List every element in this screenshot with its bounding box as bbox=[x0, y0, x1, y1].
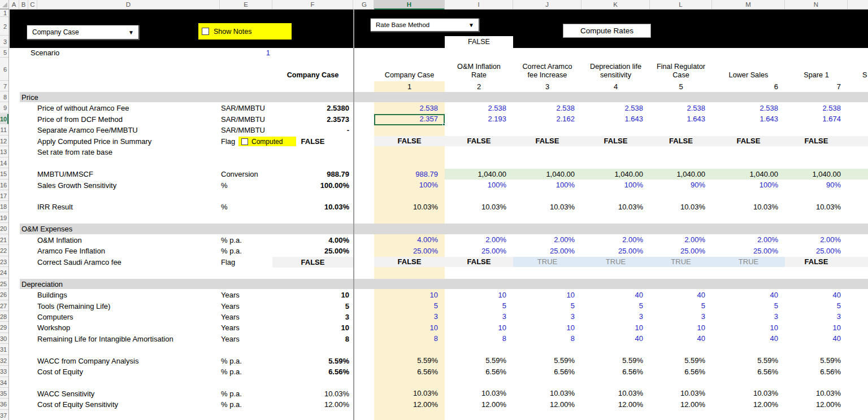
cell-L29[interactable]: 10 bbox=[650, 322, 712, 333]
row-unit-cell[interactable]: % p.a. bbox=[221, 399, 242, 410]
cell-M29[interactable]: 10 bbox=[712, 322, 785, 333]
row-unit-cell[interactable]: Flag bbox=[221, 136, 235, 147]
checkbox-box-icon[interactable] bbox=[241, 138, 248, 145]
cell-H18[interactable]: 10.03% bbox=[374, 202, 445, 212]
cell-M12[interactable]: FALSE bbox=[712, 136, 785, 146]
row-header-36[interactable]: 36 bbox=[0, 399, 8, 410]
section-label[interactable]: Price bbox=[21, 92, 38, 103]
row-unit-cell[interactable]: SAR/MMBTU bbox=[221, 125, 265, 136]
cell-H23[interactable]: FALSE bbox=[374, 257, 445, 267]
scenario-number-4[interactable]: 4 bbox=[581, 81, 650, 92]
scenario-number-6[interactable]: 6 bbox=[712, 81, 778, 92]
column-header-J[interactable]: J bbox=[513, 0, 581, 9]
cell-J12[interactable]: FALSE bbox=[513, 136, 581, 146]
cell-J26[interactable]: 10 bbox=[513, 290, 581, 300]
row-unit-cell[interactable]: Years bbox=[221, 290, 240, 301]
base-value-cell[interactable]: 10 bbox=[272, 290, 349, 301]
row-header-2[interactable]: 2 bbox=[0, 18, 8, 36]
cell-N28[interactable]: 3 bbox=[785, 312, 848, 322]
cell-I30[interactable]: 8 bbox=[445, 334, 513, 344]
row-header-37[interactable]: 37 bbox=[0, 410, 8, 420]
cell-I21[interactable]: 2.00% bbox=[445, 235, 513, 245]
row-header-35[interactable]: 35 bbox=[0, 388, 8, 399]
cell-N33[interactable]: 6.56% bbox=[785, 366, 848, 377]
cell-J36[interactable]: 12.00% bbox=[513, 399, 581, 410]
cell-H12[interactable]: FALSE bbox=[374, 136, 445, 146]
cell-K30[interactable]: 40 bbox=[581, 334, 650, 344]
cell-K22[interactable]: 25.00% bbox=[581, 246, 650, 256]
cell-I32[interactable]: 5.59% bbox=[445, 356, 513, 366]
row-unit-cell[interactable]: % bbox=[221, 202, 228, 213]
base-case-header[interactable]: Company Case bbox=[272, 58, 353, 81]
cell-K29[interactable]: 10 bbox=[581, 322, 650, 333]
cell-J10[interactable]: 2.162 bbox=[513, 114, 581, 124]
cell-L10[interactable]: 1.643 bbox=[650, 114, 712, 124]
cell-K12[interactable]: FALSE bbox=[581, 136, 650, 146]
cell-N32[interactable]: 5.59% bbox=[785, 356, 848, 366]
fill-handle[interactable] bbox=[442, 123, 445, 126]
cell-N36[interactable]: 12.00% bbox=[785, 399, 848, 410]
cell-L36[interactable]: 12.00% bbox=[650, 399, 712, 410]
row-header-28[interactable]: 28 bbox=[0, 312, 8, 322]
section-label[interactable]: O&M Expenses bbox=[21, 224, 72, 235]
cell-K32[interactable]: 5.59% bbox=[581, 356, 650, 366]
scenario-value-cell[interactable]: 1 bbox=[220, 48, 270, 58]
cell-H32[interactable]: 5.59% bbox=[374, 356, 445, 366]
column-header-B[interactable]: B bbox=[19, 0, 28, 9]
base-value-cell[interactable]: 25.00% bbox=[272, 246, 349, 257]
row-header-24[interactable]: 24 bbox=[0, 268, 8, 278]
row-header-16[interactable]: 16 bbox=[0, 180, 8, 190]
row-unit-cell[interactable]: % p.a. bbox=[221, 366, 242, 378]
row-unit-cell[interactable]: % p.a. bbox=[221, 246, 242, 257]
cell-K28[interactable]: 3 bbox=[581, 312, 650, 322]
cell-K18[interactable]: 10.03% bbox=[581, 202, 650, 212]
cell-M18[interactable]: 10.03% bbox=[712, 202, 785, 212]
cell-I9[interactable]: 2.538 bbox=[445, 103, 513, 113]
row-label-cell[interactable]: Apply Computed Price in Summary bbox=[37, 136, 151, 147]
row-label-cell[interactable]: Cost of Equity bbox=[37, 366, 83, 378]
row-header-34[interactable]: 34 bbox=[0, 378, 8, 388]
cell-M16[interactable]: 100% bbox=[712, 180, 785, 190]
cell-K33[interactable]: 6.56% bbox=[581, 366, 650, 377]
row-header-10[interactable]: 10 bbox=[0, 114, 8, 124]
cell-J28[interactable]: 3 bbox=[513, 312, 581, 322]
row-header-3[interactable]: 3 bbox=[0, 36, 8, 47]
cell-M36[interactable]: 12.00% bbox=[712, 399, 785, 410]
column-header-M[interactable]: M bbox=[712, 0, 785, 9]
cell-N21[interactable]: 2.00% bbox=[785, 235, 848, 245]
row-unit-cell[interactable]: SAR/MMBTU bbox=[221, 114, 265, 125]
cell-I27[interactable]: 5 bbox=[445, 301, 513, 311]
scenario-number-5[interactable]: 5 bbox=[650, 81, 712, 92]
row-header-20[interactable]: 20 bbox=[0, 224, 8, 234]
row-header-12[interactable]: 12 bbox=[0, 136, 8, 146]
row-label-cell[interactable]: WACC Sensitivity bbox=[37, 388, 94, 399]
cell-I15[interactable]: 1,040.00 bbox=[445, 169, 513, 180]
cell-M33[interactable]: 6.56% bbox=[712, 366, 785, 377]
chevron-down-icon[interactable]: ▼ bbox=[124, 29, 138, 36]
cell-H15[interactable]: 988.79 bbox=[374, 169, 445, 180]
row-header-1[interactable]: 1 bbox=[0, 10, 8, 17]
cell-N18[interactable]: 10.03% bbox=[785, 202, 848, 212]
method-selector-dropdown[interactable]: Rate Base Method ▼ bbox=[370, 18, 479, 32]
row-unit-cell[interactable]: SAR/MMBTU bbox=[221, 103, 265, 114]
cell-I36[interactable]: 12.00% bbox=[445, 399, 513, 410]
cell-J9[interactable]: 2.538 bbox=[513, 103, 581, 113]
column-header-L[interactable]: L bbox=[650, 0, 712, 9]
cell-I28[interactable]: 3 bbox=[445, 312, 513, 322]
cell-H27[interactable]: 5 bbox=[374, 301, 445, 311]
row-label-cell[interactable]: Workshop bbox=[37, 322, 70, 334]
column-header-G[interactable]: G bbox=[355, 0, 374, 9]
cell-L12[interactable]: FALSE bbox=[650, 136, 712, 146]
row-header-13[interactable]: 13 bbox=[0, 147, 8, 158]
row-header-18[interactable]: 18 bbox=[0, 202, 8, 212]
row-label-cell[interactable]: Price of from DCF Method bbox=[37, 114, 123, 125]
cell-K16[interactable]: 100% bbox=[581, 180, 650, 190]
scenario-column-header-7[interactable]: Spare 1 bbox=[785, 58, 848, 81]
cell-L16[interactable]: 90% bbox=[650, 180, 712, 190]
cell-N23[interactable]: FALSE bbox=[785, 257, 848, 267]
cell-N9[interactable]: 2.538 bbox=[785, 103, 848, 113]
chevron-down-icon[interactable]: ▼ bbox=[464, 22, 479, 28]
cell-L9[interactable]: 2.538 bbox=[650, 103, 712, 113]
cell-H36[interactable]: 12.00% bbox=[374, 399, 445, 410]
base-value-cell[interactable]: 988.79 bbox=[272, 169, 349, 180]
